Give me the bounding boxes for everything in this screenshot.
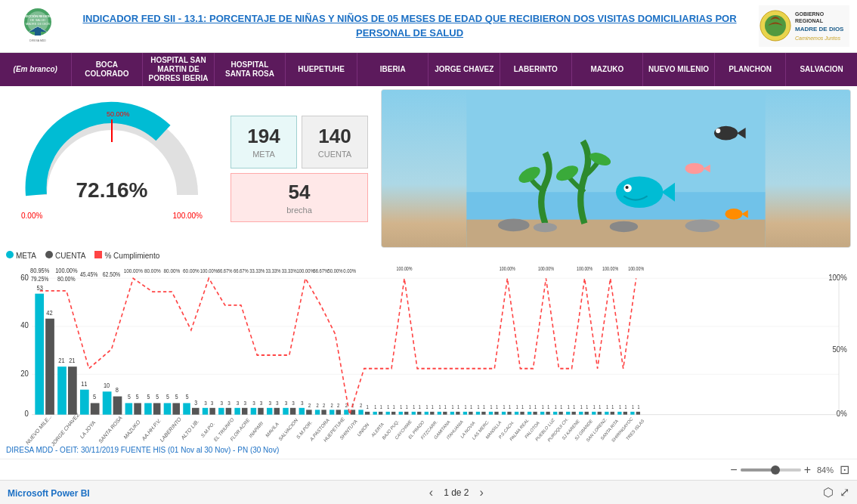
bar-cuenta-39[interactable] bbox=[636, 412, 640, 415]
bar-cuenta-13[interactable] bbox=[290, 408, 295, 415]
bar-cuenta-11[interactable] bbox=[258, 408, 263, 415]
bar-cuenta-0[interactable] bbox=[45, 319, 54, 415]
bar-cuenta-34[interactable] bbox=[572, 412, 576, 415]
bar-cuenta-35[interactable] bbox=[585, 412, 589, 415]
zoom-slider[interactable] bbox=[741, 468, 801, 472]
bar-meta-5[interactable] bbox=[144, 403, 152, 414]
fit-page-button[interactable]: ⊡ bbox=[840, 462, 849, 477]
bar-meta-8[interactable] bbox=[203, 408, 208, 415]
bar-meta-38[interactable] bbox=[617, 412, 621, 415]
bar-cuenta-21[interactable] bbox=[404, 412, 408, 415]
tab-hospital-san-martin[interactable]: HOSPITAL SAN MARTIN DE PORRES IBERIA bbox=[143, 53, 215, 86]
bar-meta-26[interactable] bbox=[463, 412, 467, 415]
bar-meta-14[interactable] bbox=[299, 408, 305, 415]
bar-meta-2[interactable] bbox=[80, 390, 89, 415]
bar-cuenta-36[interactable] bbox=[598, 412, 602, 415]
tab-mazuko[interactable]: MAZUKO bbox=[572, 53, 644, 86]
bar-cuenta-3[interactable] bbox=[113, 397, 122, 415]
title-link[interactable]: INDICADOR FED SII - 13.1: PORCENTAJE DE … bbox=[68, 12, 751, 39]
zoom-plus-icon[interactable]: + bbox=[804, 463, 811, 477]
bar-meta-37[interactable] bbox=[605, 412, 608, 415]
zoom-minus-icon[interactable]: − bbox=[730, 463, 737, 477]
bar-cuenta-27[interactable] bbox=[481, 412, 485, 415]
bar-meta-22[interactable] bbox=[412, 412, 416, 415]
bar-meta-35[interactable] bbox=[579, 412, 583, 415]
bar-meta-17[interactable] bbox=[344, 410, 348, 414]
powerbi-label[interactable]: Microsoft Power BI bbox=[8, 488, 90, 499]
bar-meta-24[interactable] bbox=[438, 412, 441, 415]
tab-jorge-chavez[interactable]: JORGE CHAVEZ bbox=[428, 53, 500, 86]
bar-cuenta-23[interactable] bbox=[430, 412, 434, 415]
bar-cuenta-12[interactable] bbox=[274, 408, 280, 415]
bar-cuenta-2[interactable] bbox=[91, 403, 100, 414]
bar-meta-10[interactable] bbox=[234, 408, 240, 415]
bar-cuenta-37[interactable] bbox=[611, 412, 614, 415]
bar-meta-19[interactable] bbox=[373, 412, 377, 415]
bar-cuenta-20[interactable] bbox=[391, 412, 395, 415]
bar-meta-32[interactable] bbox=[540, 412, 544, 415]
zoom-control[interactable]: − + 84% bbox=[730, 463, 834, 477]
tab-huepetuhe[interactable]: HUEPETUHE bbox=[286, 53, 357, 86]
bar-meta-25[interactable] bbox=[450, 412, 454, 415]
bar-meta-3[interactable] bbox=[103, 391, 112, 414]
bar-meta-4[interactable] bbox=[125, 403, 133, 414]
tab-laberinto[interactable]: LABERINTO bbox=[500, 53, 572, 86]
bar-cuenta-22[interactable] bbox=[417, 412, 421, 415]
expand-button[interactable]: ⤢ bbox=[840, 485, 849, 499]
bar-meta-20[interactable] bbox=[386, 412, 390, 415]
bar-meta-12[interactable] bbox=[267, 408, 272, 415]
bar-meta-11[interactable] bbox=[251, 408, 256, 415]
bar-meta-0[interactable] bbox=[35, 294, 44, 415]
bar-meta-28[interactable] bbox=[489, 412, 493, 415]
bar-cuenta-19[interactable] bbox=[379, 412, 382, 415]
bar-cuenta-33[interactable] bbox=[558, 412, 562, 415]
bar-cuenta-18[interactable] bbox=[365, 412, 370, 415]
bar-meta-36[interactable] bbox=[592, 412, 596, 415]
bar-cuenta-6[interactable] bbox=[172, 403, 180, 414]
bar-cuenta-7[interactable] bbox=[192, 408, 200, 415]
bar-meta-29[interactable] bbox=[502, 412, 506, 415]
tab-planchon[interactable]: PLANCHON bbox=[715, 53, 787, 86]
bar-cuenta-24[interactable] bbox=[443, 412, 447, 415]
bar-meta-39[interactable] bbox=[630, 412, 634, 415]
bar-meta-23[interactable] bbox=[425, 412, 428, 415]
bar-meta-31[interactable] bbox=[528, 412, 531, 415]
bar-meta-15[interactable] bbox=[315, 410, 320, 414]
bar-cuenta-10[interactable] bbox=[242, 408, 247, 415]
tab-salvacion[interactable]: SALVACION bbox=[786, 53, 857, 86]
bar-cuenta-1[interactable] bbox=[68, 366, 77, 415]
bar-meta-34[interactable] bbox=[566, 412, 570, 415]
bar-meta-18[interactable] bbox=[358, 410, 363, 414]
bar-cuenta-31[interactable] bbox=[533, 412, 537, 415]
bar-cuenta-8[interactable] bbox=[209, 408, 215, 415]
bar-cuenta-9[interactable] bbox=[226, 408, 231, 415]
bar-cuenta-28[interactable] bbox=[494, 412, 498, 415]
tab-hospital-santa-rosa[interactable]: HOSPITAL SANTA ROSA bbox=[215, 53, 286, 86]
bar-meta-9[interactable] bbox=[218, 408, 224, 415]
tab-nuevo-milenio[interactable]: NUEVO MILENIO bbox=[643, 53, 715, 86]
bar-meta-27[interactable] bbox=[476, 412, 480, 415]
tab-boca-colorado[interactable]: BOCA COLORADO bbox=[72, 53, 144, 86]
next-page-button[interactable]: › bbox=[477, 486, 487, 499]
bar-cuenta-5[interactable] bbox=[153, 403, 161, 414]
share-button[interactable]: ⬡ bbox=[823, 485, 834, 499]
powerbi-link[interactable]: Microsoft Power BI bbox=[8, 486, 90, 499]
bar-meta-6[interactable] bbox=[164, 403, 172, 414]
bar-cuenta-26[interactable] bbox=[469, 412, 472, 415]
bar-meta-33[interactable] bbox=[553, 412, 557, 415]
bar-cuenta-38[interactable] bbox=[623, 412, 627, 415]
bar-cuenta-29[interactable] bbox=[507, 412, 511, 415]
bar-cuenta-4[interactable] bbox=[134, 403, 141, 414]
bar-meta-13[interactable] bbox=[283, 408, 288, 415]
bar-meta-16[interactable] bbox=[329, 410, 334, 414]
tab-blank[interactable]: (Em branco) bbox=[0, 53, 72, 86]
tab-iberia[interactable]: IBERIA bbox=[357, 53, 429, 86]
bar-cuenta-15[interactable] bbox=[321, 410, 326, 414]
bar-cuenta-16[interactable] bbox=[336, 410, 341, 414]
bar-cuenta-14[interactable] bbox=[306, 410, 311, 414]
bar-meta-21[interactable] bbox=[399, 412, 403, 415]
prev-page-button[interactable]: ‹ bbox=[426, 486, 436, 499]
bar-meta-7[interactable] bbox=[183, 403, 190, 414]
bar-meta-30[interactable] bbox=[515, 412, 518, 415]
bar-meta-1[interactable] bbox=[57, 366, 67, 415]
